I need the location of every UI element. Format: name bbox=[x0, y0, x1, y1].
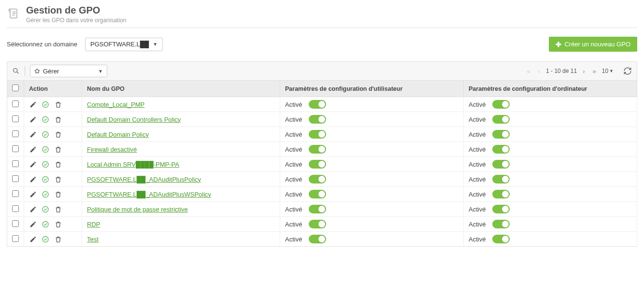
delete-icon[interactable] bbox=[54, 175, 62, 183]
page-first-icon[interactable]: « bbox=[525, 67, 532, 76]
comp-config-toggle[interactable] bbox=[492, 205, 510, 213]
edit-icon[interactable] bbox=[29, 175, 37, 183]
row-checkbox[interactable] bbox=[12, 115, 19, 122]
edit-icon[interactable] bbox=[29, 130, 37, 138]
comp-config-toggle[interactable] bbox=[492, 115, 510, 124]
user-config-toggle[interactable] bbox=[309, 130, 326, 139]
edit-icon[interactable] bbox=[29, 190, 37, 198]
row-checkbox[interactable] bbox=[12, 190, 19, 197]
svg-line-1 bbox=[17, 72, 18, 73]
page-title: Gestion de GPO bbox=[26, 5, 126, 16]
table-header-row: Action Nom du GPO Paramètres de configur… bbox=[7, 81, 637, 97]
row-checkbox[interactable] bbox=[12, 235, 19, 242]
user-config-toggle[interactable] bbox=[309, 115, 326, 124]
status-ok-icon[interactable] bbox=[42, 130, 49, 138]
edit-icon[interactable] bbox=[29, 205, 37, 213]
edit-icon[interactable] bbox=[29, 145, 37, 153]
table-row: Local Admin SRV████-PMP-PAActivéActivé bbox=[7, 157, 637, 172]
comp-config-toggle[interactable] bbox=[492, 175, 510, 184]
edit-icon[interactable] bbox=[29, 160, 37, 168]
user-config-toggle[interactable] bbox=[309, 160, 326, 169]
edit-icon[interactable] bbox=[29, 220, 37, 228]
status-ok-icon[interactable] bbox=[42, 160, 49, 168]
comp-config-toggle[interactable] bbox=[492, 190, 510, 198]
gpo-name-link[interactable]: Compte_Local_PMP bbox=[87, 101, 144, 108]
gpo-name-link[interactable]: RDP bbox=[87, 221, 100, 228]
delete-icon[interactable] bbox=[54, 130, 62, 138]
status-ok-icon[interactable] bbox=[42, 115, 49, 123]
user-config-status: Activé bbox=[285, 116, 302, 123]
page-last-icon[interactable]: » bbox=[590, 67, 598, 76]
gpo-name-link[interactable]: Local Admin SRV████-PMP-PA bbox=[87, 161, 179, 168]
status-ok-icon[interactable] bbox=[42, 100, 49, 108]
page-icon-scroll bbox=[7, 5, 20, 22]
comp-config-toggle[interactable] bbox=[492, 130, 510, 139]
user-config-toggle[interactable] bbox=[309, 100, 326, 109]
delete-icon[interactable] bbox=[54, 220, 62, 228]
user-config-toggle[interactable] bbox=[309, 220, 326, 228]
select-all-checkbox[interactable] bbox=[12, 85, 19, 91]
status-ok-icon[interactable] bbox=[42, 175, 49, 183]
comp-config-status: Activé bbox=[469, 116, 486, 123]
table-row: Firewall desactivéActivéActivé bbox=[7, 142, 637, 157]
user-config-toggle[interactable] bbox=[309, 205, 326, 213]
comp-config-status: Activé bbox=[469, 191, 486, 198]
edit-icon[interactable] bbox=[29, 100, 37, 108]
chevron-down-icon: ▼ bbox=[98, 69, 103, 74]
delete-icon[interactable] bbox=[54, 145, 62, 153]
comp-config-toggle[interactable] bbox=[492, 220, 510, 228]
row-checkbox[interactable] bbox=[12, 175, 19, 182]
status-ok-icon[interactable] bbox=[42, 205, 49, 213]
manage-dropdown[interactable]: ✿ Gérer ▼ bbox=[30, 65, 107, 77]
user-config-toggle[interactable] bbox=[309, 190, 326, 198]
user-config-status: Activé bbox=[285, 131, 302, 138]
user-config-toggle[interactable] bbox=[309, 235, 326, 243]
create-gpo-button[interactable]: ✚ Créer un nouveau GPO bbox=[549, 37, 637, 52]
row-checkbox[interactable] bbox=[12, 100, 19, 107]
delete-icon[interactable] bbox=[54, 235, 62, 243]
table-row: RDPActivéActivé bbox=[7, 217, 637, 232]
user-config-status: Activé bbox=[285, 221, 302, 228]
gpo-name-link[interactable]: PGSOFTWARE.L██_ADAuditPlusPolicy bbox=[87, 176, 201, 183]
row-checkbox[interactable] bbox=[12, 205, 19, 212]
comp-config-toggle[interactable] bbox=[492, 160, 510, 169]
gpo-name-link[interactable]: PGSOFTWARE.L██_ADAuditPlusWSPolicy bbox=[87, 191, 211, 198]
page-prev-icon[interactable]: ‹ bbox=[536, 67, 542, 76]
manage-label: Gérer bbox=[43, 68, 95, 75]
status-ok-icon[interactable] bbox=[42, 220, 49, 228]
user-config-status: Activé bbox=[285, 236, 302, 243]
row-checkbox[interactable] bbox=[12, 130, 19, 137]
gpo-name-link[interactable]: Firewall desactivé bbox=[87, 146, 137, 153]
refresh-icon[interactable] bbox=[623, 67, 632, 75]
user-config-toggle[interactable] bbox=[309, 145, 326, 154]
row-checkbox[interactable] bbox=[12, 220, 19, 227]
delete-icon[interactable] bbox=[54, 115, 62, 123]
comp-config-toggle[interactable] bbox=[492, 145, 510, 154]
search-icon[interactable] bbox=[12, 67, 20, 75]
user-config-toggle[interactable] bbox=[309, 175, 326, 184]
gpo-name-link[interactable]: Politique de mot de passe restrictive bbox=[87, 206, 188, 213]
page-next-icon[interactable]: › bbox=[581, 67, 587, 76]
delete-icon[interactable] bbox=[54, 205, 62, 213]
delete-icon[interactable] bbox=[54, 190, 62, 198]
delete-icon[interactable] bbox=[54, 160, 62, 168]
gpo-name-link[interactable]: Test bbox=[87, 236, 99, 243]
gpo-name-link[interactable]: Default Domain Controllers Policy bbox=[87, 116, 181, 123]
edit-icon[interactable] bbox=[29, 115, 37, 123]
comp-config-status: Activé bbox=[469, 101, 486, 108]
row-checkbox[interactable] bbox=[12, 145, 19, 152]
gpo-table: Action Nom du GPO Paramètres de configur… bbox=[7, 81, 637, 247]
grid-toolbar: ✿ Gérer ▼ « ‹ 1 - 10 de 11 › » 10 ▼ bbox=[7, 61, 637, 81]
comp-config-toggle[interactable] bbox=[492, 100, 510, 109]
row-checkbox[interactable] bbox=[12, 160, 19, 167]
edit-icon[interactable] bbox=[29, 235, 37, 243]
table-row: PGSOFTWARE.L██_ADAuditPlusPolicyActivéAc… bbox=[7, 172, 637, 187]
gpo-name-link[interactable]: Default Domain Policy bbox=[87, 131, 149, 138]
page-size-select[interactable]: 10 ▼ bbox=[602, 68, 614, 74]
status-ok-icon[interactable] bbox=[42, 235, 49, 243]
comp-config-toggle[interactable] bbox=[492, 235, 510, 243]
domain-select[interactable]: PGSOFTWARE.L██ ▼ bbox=[85, 38, 163, 51]
status-ok-icon[interactable] bbox=[42, 145, 49, 153]
status-ok-icon[interactable] bbox=[42, 190, 49, 198]
delete-icon[interactable] bbox=[54, 100, 62, 108]
